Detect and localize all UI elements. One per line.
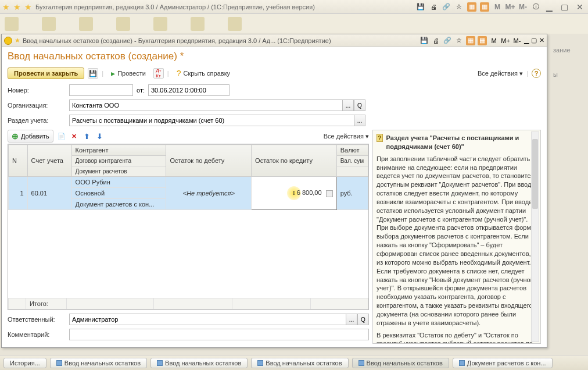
taskbar-item[interactable]: Ввод начальных остатков [352, 358, 449, 368]
ribbon-icon[interactable] [5, 17, 19, 31]
close-button[interactable]: ✕ [574, 2, 586, 12]
org-field[interactable] [69, 99, 342, 111]
minimize-button[interactable]: ▁ [544, 2, 555, 12]
window-icon [358, 360, 364, 366]
cell-credit[interactable]: I 6 800,00 [252, 177, 337, 210]
col-debit[interactable]: Остаток по дебету [166, 145, 252, 177]
cell-doc[interactable]: Документ расчетов с кон... [71, 199, 166, 210]
maximize-button[interactable]: ▢ [558, 2, 571, 12]
calculator-icon[interactable] [326, 190, 333, 197]
print-icon[interactable]: 🖨 [429, 2, 438, 12]
nav-back-icon[interactable]: ★ [2, 2, 10, 12]
col-contract[interactable]: Договор контрагента [71, 156, 166, 166]
data-grid[interactable]: N Счет учета Контрагент Остаток по дебет… [8, 144, 369, 310]
cell-currency[interactable]: руб. [336, 177, 368, 210]
win-restore[interactable]: ▢ [531, 37, 537, 44]
taskbar-item[interactable]: Ввод начальных остатков [251, 358, 348, 368]
col-counterparty[interactable]: Контрагент [71, 145, 166, 156]
m-minus-button[interactable]: M- [512, 36, 522, 45]
fav-icon[interactable]: ★ [24, 2, 32, 12]
move-down-icon[interactable]: ⬇ [95, 131, 105, 141]
save-icon[interactable]: 💾 [88, 68, 98, 79]
help-icon[interactable]: ? [532, 69, 541, 78]
responsible-row: Ответственный: ... Q [8, 314, 369, 325]
star-icon[interactable]: ☆ [454, 2, 464, 12]
ribbon-icon[interactable] [153, 17, 167, 31]
save-icon[interactable]: 💾 [416, 2, 425, 12]
add-button[interactable]: ⊕Добавить [8, 130, 53, 143]
ribbon-icon[interactable] [116, 17, 130, 31]
win-minimize[interactable]: ▁ [524, 37, 529, 44]
m-button[interactable]: M [489, 36, 499, 45]
save-icon[interactable]: 💾 [420, 36, 429, 45]
hide-help-button[interactable]: ?Скрыть справку [173, 67, 234, 80]
all-actions-button[interactable]: Все действия ▾ [478, 70, 523, 77]
col-cur-sum[interactable]: Вал. сум [336, 156, 368, 166]
taskbar-item[interactable]: Ввод начальных остатков [150, 358, 248, 368]
m-button[interactable]: M [493, 2, 502, 12]
open-button[interactable]: Q [354, 99, 365, 111]
calendar-icon[interactable]: ▦ [467, 2, 476, 12]
print-icon[interactable]: 🖨 [431, 36, 440, 45]
select-button[interactable]: ... [346, 314, 357, 325]
calendar2-icon[interactable]: ▦ [480, 2, 489, 12]
dt-kt-icon[interactable]: ДтКт [153, 68, 164, 79]
open-button[interactable]: Q [357, 314, 369, 325]
col-credit[interactable]: Остаток по кредиту [252, 145, 337, 177]
m-minus-button[interactable]: M- [518, 2, 528, 12]
app-titlebar: ★ ★ ★ Бухгалтерия предприятия, редакция … [0, 0, 588, 14]
responsible-field[interactable] [69, 314, 346, 325]
window-title: Ввод начальных остатков (создание) - Бух… [23, 37, 331, 44]
info-icon[interactable]: ⓘ [531, 2, 540, 12]
scrollbar-thumb[interactable] [532, 139, 538, 209]
copy-icon[interactable]: 📄 [57, 131, 66, 141]
history-button[interactable]: История... [3, 358, 46, 368]
star-icon[interactable]: ★ [15, 37, 20, 44]
cell-n: 1 [9, 177, 28, 210]
cell-account[interactable]: 60.01 [27, 177, 71, 210]
date-field[interactable] [148, 84, 230, 96]
taskbar-item[interactable]: Документ расчетов с кон... [453, 358, 553, 368]
number-label: Номер: [8, 87, 66, 94]
help-paragraph: В реквизитах "Остаток по дебету" и "Оста… [377, 331, 537, 344]
link-icon[interactable]: 🔗 [443, 36, 452, 45]
taskbar-item[interactable]: Ввод начальных остатков [50, 358, 147, 368]
number-row: Номер: от: [8, 84, 541, 96]
question-icon: ? [377, 134, 383, 142]
col-doc[interactable]: Документ расчетов [71, 166, 166, 177]
move-up-icon[interactable]: ⬆ [83, 131, 92, 141]
number-field[interactable] [69, 84, 133, 96]
scrollbar[interactable] [531, 131, 539, 342]
col-n[interactable]: N [9, 145, 28, 177]
post-and-close-button[interactable]: Провести и закрыть [8, 67, 84, 79]
col-account[interactable]: Счет учета [27, 145, 71, 177]
table-row[interactable]: 1 60.01 ООО Рубин <Не требуется> I 6 800… [9, 177, 368, 188]
cell-contract[interactable]: Основной [71, 188, 166, 199]
select-button[interactable]: ... [342, 99, 354, 111]
comment-label: Комментарий: [8, 331, 66, 338]
col-currency[interactable]: Валют [336, 145, 368, 156]
window-icon [56, 360, 62, 366]
ribbon-icon[interactable] [79, 17, 93, 31]
section-field[interactable] [69, 115, 354, 126]
select-button[interactable]: ... [354, 115, 365, 126]
m-plus-button[interactable]: M+ [501, 36, 510, 45]
grid-all-actions[interactable]: Все действия ▾ [324, 133, 369, 140]
win-close[interactable]: ✕ [539, 37, 544, 44]
star-icon[interactable]: ☆ [454, 36, 464, 45]
cell-counterparty[interactable]: ООО Рубин [71, 177, 166, 188]
window-icon [257, 360, 263, 366]
nav-fwd-icon[interactable]: ★ [13, 2, 21, 12]
ribbon-icon[interactable] [42, 17, 56, 31]
link-icon[interactable]: 🔗 [442, 2, 451, 12]
m-plus-button[interactable]: M+ [505, 2, 515, 12]
cell-debit[interactable]: <Не требуется> [166, 177, 252, 210]
post-button[interactable]: ▸Провести [107, 67, 150, 80]
delete-icon[interactable]: ✕ [70, 131, 79, 141]
calendar-icon[interactable]: ▦ [466, 36, 475, 45]
background-text: зание ы [553, 47, 582, 95]
calendar2-icon[interactable]: ▦ [478, 36, 487, 45]
ribbon-icon[interactable] [191, 17, 205, 31]
comment-field[interactable] [69, 329, 369, 340]
ribbon-icon[interactable] [228, 17, 242, 31]
